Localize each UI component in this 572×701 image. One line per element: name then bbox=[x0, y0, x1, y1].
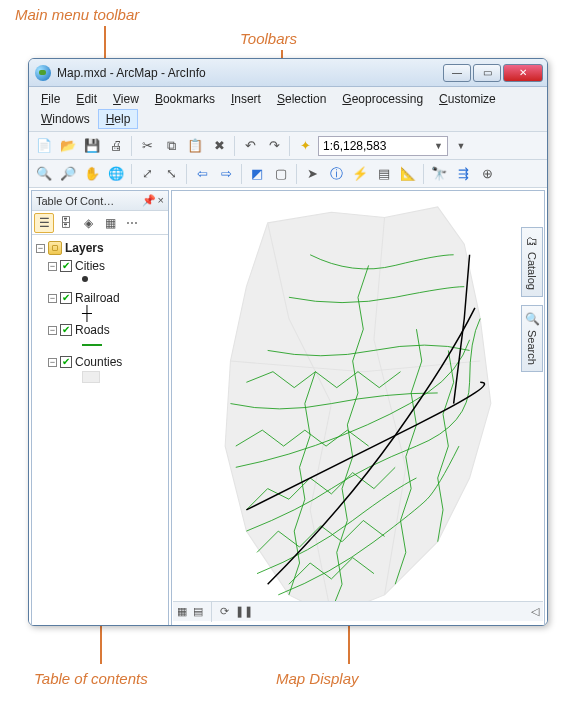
maximize-button[interactable]: ▭ bbox=[473, 64, 501, 82]
list-by-drawing-order-icon[interactable]: ☰ bbox=[34, 213, 54, 233]
layer-counties[interactable]: − ✔ Counties bbox=[36, 353, 164, 371]
layer-cities[interactable]: − ✔ Cities bbox=[36, 257, 164, 275]
layer-label: Roads bbox=[75, 323, 110, 337]
scale-combo[interactable]: 1:6,128,583 ▼ bbox=[318, 136, 448, 156]
symbol-roads bbox=[82, 344, 102, 346]
dock-label: Search bbox=[526, 330, 538, 365]
standard-toolbar: 📄 📂 💾 🖨 ✂ ⧉ 📋 ✖ ↶ ↷ ✦ 1:6,128,583 ▼ ▼ bbox=[29, 132, 547, 160]
zoom-in-icon[interactable]: 🔍 bbox=[33, 163, 55, 185]
annotation-main-menu: Main menu toolbar bbox=[15, 6, 139, 23]
toolbar-separator bbox=[423, 164, 424, 184]
list-by-visibility-icon[interactable]: ◈ bbox=[78, 213, 98, 233]
refresh-icon[interactable]: ⟳ bbox=[220, 605, 229, 618]
toolbar-separator bbox=[289, 136, 290, 156]
new-doc-icon[interactable]: 📄 bbox=[33, 135, 55, 157]
dataframe-icon bbox=[48, 241, 62, 255]
data-view-icon[interactable]: ▦ bbox=[177, 605, 187, 618]
find-route-icon[interactable]: ⇶ bbox=[452, 163, 474, 185]
identify-icon[interactable]: ⓘ bbox=[325, 163, 347, 185]
go-to-xy-icon[interactable]: ⊕ bbox=[476, 163, 498, 185]
map-display[interactable] bbox=[171, 190, 545, 626]
toolbar-separator bbox=[131, 136, 132, 156]
delete-icon[interactable]: ✖ bbox=[208, 135, 230, 157]
toolbar-separator bbox=[234, 136, 235, 156]
checkbox-roads[interactable]: ✔ bbox=[60, 324, 72, 336]
redo-icon[interactable]: ↷ bbox=[263, 135, 285, 157]
checkbox-cities[interactable]: ✔ bbox=[60, 260, 72, 272]
list-by-source-icon[interactable]: 🗄 bbox=[56, 213, 76, 233]
layer-railroad[interactable]: − ✔ Railroad bbox=[36, 289, 164, 307]
layer-roads[interactable]: − ✔ Roads bbox=[36, 321, 164, 339]
undo-icon[interactable]: ↶ bbox=[239, 135, 261, 157]
menu-edit[interactable]: Edit bbox=[68, 89, 105, 109]
pan-icon[interactable]: ✋ bbox=[81, 163, 103, 185]
arrow-left-icon[interactable]: ◁ bbox=[531, 605, 539, 618]
close-button[interactable]: ✕ bbox=[503, 64, 543, 82]
collapse-icon[interactable]: − bbox=[48, 262, 57, 271]
layer-label: Cities bbox=[75, 259, 105, 273]
print-icon[interactable]: 🖨 bbox=[105, 135, 127, 157]
checkbox-counties[interactable]: ✔ bbox=[60, 356, 72, 368]
add-data-icon[interactable]: ✦ bbox=[294, 135, 316, 157]
paste-icon[interactable]: 📋 bbox=[184, 135, 206, 157]
list-by-selection-icon[interactable]: ▦ bbox=[100, 213, 120, 233]
menu-bookmarks[interactable]: Bookmarks bbox=[147, 89, 223, 109]
menu-customize[interactable]: Customize bbox=[431, 89, 504, 109]
tree-root[interactable]: − Layers bbox=[36, 239, 164, 257]
map-canvas bbox=[172, 191, 544, 626]
fixed-zoom-out-icon[interactable]: ⤡ bbox=[160, 163, 182, 185]
menubar: File Edit View Bookmarks Insert Selectio… bbox=[29, 87, 547, 132]
menu-insert[interactable]: Insert bbox=[223, 89, 269, 109]
cut-icon[interactable]: ✂ bbox=[136, 135, 158, 157]
menu-windows[interactable]: Windows bbox=[33, 109, 98, 129]
fixed-zoom-in-icon[interactable]: ⤢ bbox=[136, 163, 158, 185]
titlebar[interactable]: Map.mxd - ArcMap - ArcInfo — ▭ ✕ bbox=[29, 59, 547, 87]
forward-icon[interactable]: ⇨ bbox=[215, 163, 237, 185]
dock-label: Catalog bbox=[526, 252, 538, 290]
dock-catalog[interactable]: 🗂 Catalog bbox=[521, 227, 543, 297]
menu-help[interactable]: Help bbox=[98, 109, 139, 129]
checkbox-railroad[interactable]: ✔ bbox=[60, 292, 72, 304]
hyperlink-icon[interactable]: ⚡ bbox=[349, 163, 371, 185]
layer-label: Counties bbox=[75, 355, 122, 369]
dock-search[interactable]: 🔍 Search bbox=[521, 305, 543, 372]
menu-view[interactable]: View bbox=[105, 89, 147, 109]
annotation-map: Map Display bbox=[276, 670, 359, 687]
pin-icon[interactable]: 📌 bbox=[142, 194, 156, 207]
close-icon[interactable]: × bbox=[158, 194, 164, 207]
collapse-icon[interactable]: − bbox=[48, 326, 57, 335]
pause-icon[interactable]: ❚❚ bbox=[235, 605, 253, 618]
collapse-icon[interactable]: − bbox=[48, 358, 57, 367]
symbol-counties bbox=[82, 371, 100, 383]
app-window: Map.mxd - ArcMap - ArcInfo — ▭ ✕ File Ed… bbox=[28, 58, 548, 626]
measure-icon[interactable]: 📐 bbox=[397, 163, 419, 185]
toc-header[interactable]: Table Of Cont… 📌 × bbox=[32, 191, 168, 211]
menu-geoprocessing[interactable]: Geoprocessing bbox=[334, 89, 431, 109]
minimize-button[interactable]: — bbox=[443, 64, 471, 82]
clear-selection-icon[interactable]: ▢ bbox=[270, 163, 292, 185]
find-icon[interactable]: 🔭 bbox=[428, 163, 450, 185]
select-elements-icon[interactable]: ➤ bbox=[301, 163, 323, 185]
zoom-out-icon[interactable]: 🔎 bbox=[57, 163, 79, 185]
menu-file[interactable]: File bbox=[33, 89, 68, 109]
collapse-icon[interactable]: − bbox=[36, 244, 45, 253]
select-features-icon[interactable]: ◩ bbox=[246, 163, 268, 185]
scale-dropdown-button[interactable]: ▼ bbox=[450, 135, 472, 157]
tools-toolbar: 🔍 🔎 ✋ 🌐 ⤢ ⤡ ⇦ ⇨ ◩ ▢ ➤ ⓘ ⚡ ▤ 📐 🔭 ⇶ ⊕ bbox=[29, 160, 547, 188]
menu-selection[interactable]: Selection bbox=[269, 89, 334, 109]
root-label: Layers bbox=[65, 241, 104, 255]
copy-icon[interactable]: ⧉ bbox=[160, 135, 182, 157]
annotation-toc: Table of contents bbox=[34, 670, 148, 687]
status-bar: ▦ ▤ ⟳ ❚❚ ◁ bbox=[173, 601, 543, 621]
layout-view-icon[interactable]: ▤ bbox=[193, 605, 203, 618]
full-extent-icon[interactable]: 🌐 bbox=[105, 163, 127, 185]
save-icon[interactable]: 💾 bbox=[81, 135, 103, 157]
collapse-icon[interactable]: − bbox=[48, 294, 57, 303]
open-icon[interactable]: 📂 bbox=[57, 135, 79, 157]
html-popup-icon[interactable]: ▤ bbox=[373, 163, 395, 185]
back-icon[interactable]: ⇦ bbox=[191, 163, 213, 185]
options-icon[interactable]: ⋯ bbox=[122, 213, 142, 233]
layer-label: Railroad bbox=[75, 291, 120, 305]
catalog-icon: 🗂 bbox=[526, 234, 538, 248]
annotation-toolbars: Toolbars bbox=[240, 30, 297, 47]
